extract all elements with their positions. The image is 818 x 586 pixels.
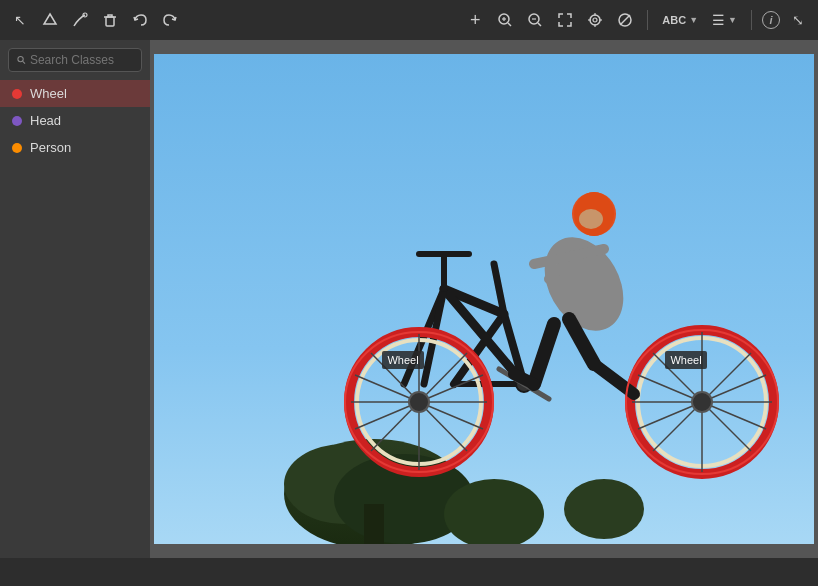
search-icon xyxy=(17,55,26,65)
class-dot-person xyxy=(12,143,22,153)
list-dropdown[interactable]: ☰ ▼ xyxy=(708,10,741,30)
svg-point-18 xyxy=(18,56,23,61)
svg-line-19 xyxy=(23,61,25,63)
svg-rect-2 xyxy=(106,17,114,26)
svg-rect-24 xyxy=(364,504,384,544)
image-area[interactable]: Wheel Wheel xyxy=(150,40,818,558)
brush-icon[interactable] xyxy=(68,8,92,32)
delete-icon[interactable] xyxy=(98,8,122,32)
svg-point-11 xyxy=(593,18,597,22)
ban-icon[interactable] xyxy=(613,8,637,32)
scene-background: Wheel Wheel xyxy=(154,54,814,544)
expand-icon[interactable]: ⤡ xyxy=(786,8,810,32)
list-icon: ☰ xyxy=(712,12,725,28)
class-label-head: Head xyxy=(30,113,61,128)
info-icon[interactable]: i xyxy=(762,11,780,29)
image-container: Wheel Wheel xyxy=(154,54,814,544)
search-input[interactable] xyxy=(30,53,133,67)
bottom-bar xyxy=(0,558,818,586)
polygon-icon[interactable] xyxy=(38,8,62,32)
main-content: Wheel Head Person xyxy=(0,40,818,558)
zoom-in-icon[interactable] xyxy=(493,8,517,32)
svg-point-10 xyxy=(590,15,600,25)
svg-line-8 xyxy=(538,23,541,26)
svg-marker-0 xyxy=(44,14,56,24)
divider-2 xyxy=(751,10,752,30)
toolbar: ↖ + xyxy=(0,0,818,40)
class-label-person: Person xyxy=(30,140,71,155)
svg-line-17 xyxy=(620,15,630,25)
class-dot-head xyxy=(12,116,22,126)
svg-point-57 xyxy=(692,392,712,412)
class-label-wheel: Wheel xyxy=(30,86,67,101)
class-item-head[interactable]: Head xyxy=(0,107,150,134)
list-chevron: ▼ xyxy=(728,15,737,25)
undo-icon[interactable] xyxy=(128,8,152,32)
svg-point-48 xyxy=(409,392,429,412)
svg-point-26 xyxy=(564,479,644,539)
class-item-wheel[interactable]: Wheel xyxy=(0,80,150,107)
svg-point-67 xyxy=(579,209,603,229)
class-item-person[interactable]: Person xyxy=(0,134,150,161)
zoom-out-icon[interactable] xyxy=(523,8,547,32)
text-label-icon: ABC xyxy=(662,14,686,26)
sidebar: Wheel Head Person xyxy=(0,40,150,558)
redo-icon[interactable] xyxy=(158,8,182,32)
svg-line-4 xyxy=(508,23,511,26)
fit-screen-icon[interactable] xyxy=(553,8,577,32)
add-icon[interactable]: + xyxy=(463,8,487,32)
target-icon[interactable] xyxy=(583,8,607,32)
text-label-chevron: ▼ xyxy=(689,15,698,25)
class-dot-wheel xyxy=(12,89,22,99)
svg-text:Wheel: Wheel xyxy=(670,354,701,366)
class-list: Wheel Head Person xyxy=(0,80,150,558)
divider-1 xyxy=(647,10,648,30)
search-classes-box[interactable] xyxy=(8,48,142,72)
svg-text:Wheel: Wheel xyxy=(387,354,418,366)
text-label-dropdown[interactable]: ABC ▼ xyxy=(658,12,702,28)
pointer-icon[interactable]: ↖ xyxy=(8,8,32,32)
